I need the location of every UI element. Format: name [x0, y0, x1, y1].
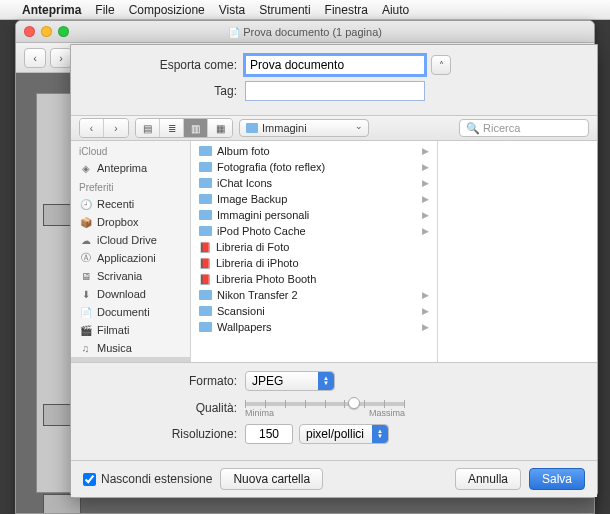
menu-window[interactable]: Finestra — [325, 3, 368, 17]
menu-view[interactable]: Vista — [219, 3, 245, 17]
file-row[interactable]: Fotografia (foto reflex)▶ — [191, 159, 437, 175]
quality-max-label: Massima — [369, 408, 405, 418]
sidebar-item-filmati[interactable]: 🎬Filmati — [71, 321, 190, 339]
search-icon: 🔍 — [466, 122, 480, 135]
box-icon: 📦 — [79, 216, 92, 228]
doc-icon: 📄 — [79, 306, 92, 318]
fwd-button[interactable]: › — [50, 48, 72, 68]
sidebar-item-download[interactable]: ⬇Download — [71, 285, 190, 303]
back-button[interactable]: ‹ — [24, 48, 46, 68]
file-row[interactable]: Album foto▶ — [191, 143, 437, 159]
path-popup[interactable]: Immagini — [239, 119, 369, 137]
save-sheet: Esporta come: ˄ Tag: ‹ › ▤ ≣ ▥ ▦ Immagin… — [70, 44, 598, 498]
format-popup[interactable]: JPEG▲▼ — [245, 371, 335, 391]
folder-icon — [199, 210, 212, 220]
file-row[interactable]: Image Backup▶ — [191, 191, 437, 207]
sidebar-item-label: Immagini — [97, 360, 142, 362]
file-name: Album foto — [217, 145, 270, 157]
folder-icon — [199, 290, 212, 300]
sidebar-item-label: Recenti — [97, 198, 134, 210]
file-row[interactable]: Scansioni▶ — [191, 303, 437, 319]
window-title: 📄 Prova documento (1 pagina) — [16, 26, 594, 38]
view-columns[interactable]: ▥ — [184, 119, 208, 137]
sidebar-header: iCloud — [71, 141, 190, 159]
file-row[interactable]: Nikon Transfer 2▶ — [191, 287, 437, 303]
menu-tools[interactable]: Strumenti — [259, 3, 310, 17]
file-name: Libreria Photo Booth — [216, 273, 316, 285]
quality-slider[interactable] — [245, 402, 405, 406]
app-menu[interactable]: Anteprima — [22, 3, 81, 17]
file-name: Scansioni — [217, 305, 265, 317]
desktop-icon: 🖥 — [79, 270, 92, 282]
file-row[interactable]: Wallpapers▶ — [191, 319, 437, 335]
view-list[interactable]: ≣ — [160, 119, 184, 137]
file-name: Fotografia (foto reflex) — [217, 161, 325, 173]
view-cover[interactable]: ▦ — [208, 119, 232, 137]
file-row[interactable]: Immagini personali▶ — [191, 207, 437, 223]
library-icon: 📕 — [199, 242, 211, 253]
sidebar-item-label: Filmati — [97, 324, 129, 336]
file-name: iChat Icons — [217, 177, 272, 189]
file-row[interactable]: iChat Icons▶ — [191, 175, 437, 191]
sidebar-item-recenti[interactable]: 🕘Recenti — [71, 195, 190, 213]
sidebar-item-musica[interactable]: ♫Musica — [71, 339, 190, 357]
save-button[interactable]: Salva — [529, 468, 585, 490]
chevron-right-icon: ▶ — [422, 194, 429, 204]
menu-file[interactable]: File — [95, 3, 114, 17]
file-row[interactable]: 📕Libreria di Foto — [191, 239, 437, 255]
cancel-button[interactable]: Annulla — [455, 468, 521, 490]
file-row[interactable]: 📕Libreria Photo Booth — [191, 271, 437, 287]
sidebar: iCloud◈AnteprimaPreferiti🕘Recenti📦Dropbo… — [71, 141, 191, 362]
cloud-icon: ☁ — [79, 234, 92, 246]
sidebar-item-immagini[interactable]: ▣Immagini — [71, 357, 190, 362]
file-name: Libreria di iPhoto — [216, 257, 299, 269]
browser-search[interactable]: 🔍 Ricerca — [459, 119, 589, 137]
folder-icon — [246, 123, 258, 133]
file-row[interactable]: iPod Photo Cache▶ — [191, 223, 437, 239]
chevron-right-icon: ▶ — [422, 210, 429, 220]
file-name: Immagini personali — [217, 209, 309, 221]
hide-extension-checkbox[interactable]: Nascondi estensione — [83, 472, 212, 486]
film-icon: 🎬 — [79, 324, 92, 336]
download-icon: ⬇ — [79, 288, 92, 300]
clock-icon: 🕘 — [79, 198, 92, 210]
new-folder-button[interactable]: Nuova cartella — [220, 468, 323, 490]
file-name: Nikon Transfer 2 — [217, 289, 298, 301]
slider-thumb[interactable] — [348, 397, 360, 409]
chevron-right-icon: ▶ — [422, 146, 429, 156]
folder-icon — [199, 178, 212, 188]
sidebar-item-scrivania[interactable]: 🖥Scrivania — [71, 267, 190, 285]
tag-input[interactable] — [245, 81, 425, 101]
export-name-input[interactable] — [245, 55, 425, 75]
menu-edit[interactable]: Composizione — [129, 3, 205, 17]
resolution-input[interactable] — [245, 424, 293, 444]
app-icon: ◈ — [79, 162, 92, 174]
sidebar-item-label: Musica — [97, 342, 132, 354]
file-row[interactable]: 📕Libreria di iPhoto — [191, 255, 437, 271]
sidebar-item-anteprima[interactable]: ◈Anteprima — [71, 159, 190, 177]
file-name: Libreria di Foto — [216, 241, 289, 253]
export-name-label: Esporta come: — [85, 58, 245, 72]
sidebar-item-applicazioni[interactable]: ⒶApplicazioni — [71, 249, 190, 267]
sidebar-item-dropbox[interactable]: 📦Dropbox — [71, 213, 190, 231]
format-panel: Formato: JPEG▲▼ Qualità: Minima Massima … — [71, 363, 597, 461]
sheet-footer: Nascondi estensione Nuova cartella Annul… — [71, 461, 597, 497]
menu-help[interactable]: Aiuto — [382, 3, 409, 17]
resolution-unit-popup[interactable]: pixel/pollici▲▼ — [299, 424, 389, 444]
chevron-right-icon: ▶ — [422, 322, 429, 332]
chevron-right-icon: ▶ — [422, 306, 429, 316]
view-icons[interactable]: ▤ — [136, 119, 160, 137]
browser-toolbar: ‹ › ▤ ≣ ▥ ▦ Immagini 🔍 Ricerca — [71, 115, 597, 141]
nav-fwd[interactable]: › — [104, 119, 128, 137]
collapse-button[interactable]: ˄ — [431, 55, 451, 75]
sidebar-item-label: Scrivania — [97, 270, 142, 282]
music-icon: ♫ — [79, 342, 92, 354]
library-icon: 📕 — [199, 258, 211, 269]
sidebar-item-documenti[interactable]: 📄Documenti — [71, 303, 190, 321]
folder-icon — [199, 322, 212, 332]
sidebar-item-icloud-drive[interactable]: ☁iCloud Drive — [71, 231, 190, 249]
folder-icon — [199, 306, 212, 316]
titlebar: 📄 Prova documento (1 pagina) — [16, 21, 594, 43]
folder-icon — [199, 194, 212, 204]
nav-back[interactable]: ‹ — [80, 119, 104, 137]
